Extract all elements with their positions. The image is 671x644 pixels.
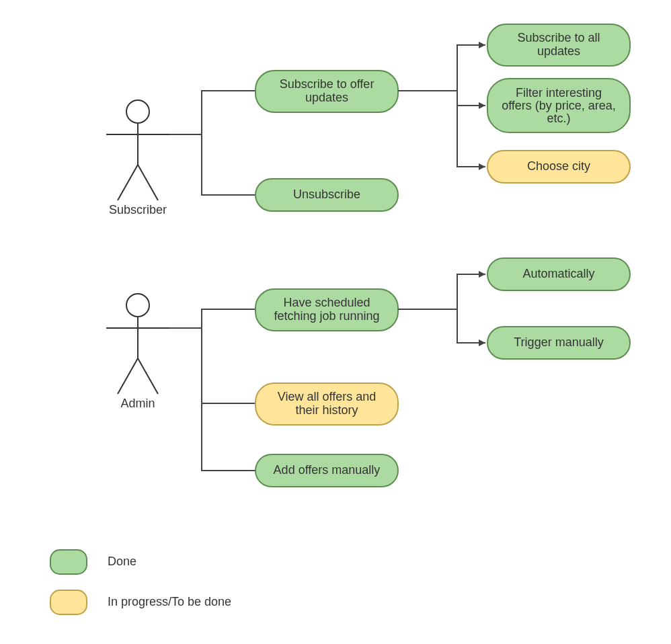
usecase-label: Unsubscribe [293,188,360,201]
actor-subscriber-label: Subscriber [109,203,167,216]
usecase-label: updates [305,91,348,104]
connector-scheduled-branch [398,274,485,343]
usecase-label: Have scheduled [283,296,370,309]
legend-todo-label: In progress/To be done [108,595,231,608]
connector-subscriber-trunk [169,91,255,195]
usecase-label: Subscribe to offer [280,77,374,91]
connector-admin-trunk [169,309,255,471]
svg-point-10 [126,294,149,317]
usecase-label: Filter interesting [516,86,602,99]
arrow-trigger-manually [479,339,485,346]
arrow-subscribe-all [479,42,485,48]
usecase-view-offers: View all offers and their history [255,383,398,425]
svg-point-0 [126,100,149,123]
legend-todo: In progress/To be done [50,590,231,614]
usecase-unsubscribe: Unsubscribe [255,179,398,211]
usecase-label: Automatically [522,267,594,280]
usecase-label: fetching job running [274,309,379,323]
arrow-choose-city [479,163,485,170]
svg-line-4 [138,165,158,200]
usecase-label: offers (by price, area, [502,99,616,112]
usecase-subscribe-offer-updates: Subscribe to offer updates [255,71,398,112]
usecase-trigger-manually: Trigger manually [487,327,630,359]
arrow-filter-offers [479,102,485,109]
svg-line-13 [118,358,138,394]
usecase-choose-city: Choose city [487,151,630,183]
usecase-label: View all offers and [278,390,376,403]
svg-rect-20 [50,550,87,574]
usecase-scheduled-job: Have scheduled fetching job running [255,289,398,331]
legend-done-label: Done [108,555,136,568]
actor-admin: Admin [106,294,169,410]
actor-subscriber: Subscriber [106,100,169,216]
actor-admin-label: Admin [120,397,155,410]
usecase-label: updates [537,44,580,58]
arrow-automatically [479,271,485,278]
usecase-label: their history [295,403,358,417]
usecase-automatically: Automatically [487,258,630,290]
connector-subscribe-branch [398,45,485,167]
usecase-add-offers: Add offers manually [255,454,398,487]
usecase-label: Add offers manually [274,463,381,477]
usecase-label: Trigger manually [514,335,603,349]
usecase-subscribe-all: Subscribe to all updates [487,24,630,66]
usecase-label: Subscribe to all [517,31,600,44]
usecase-label: Choose city [527,159,590,173]
usecase-filter-offers: Filter interesting offers (by price, are… [487,79,630,132]
legend-done: Done [50,550,136,574]
svg-rect-21 [50,590,87,614]
svg-line-3 [118,165,138,200]
svg-line-14 [138,358,158,394]
use-case-diagram: Subscriber Subscribe to offer updates Un… [0,0,671,644]
usecase-label: etc.) [547,112,570,125]
